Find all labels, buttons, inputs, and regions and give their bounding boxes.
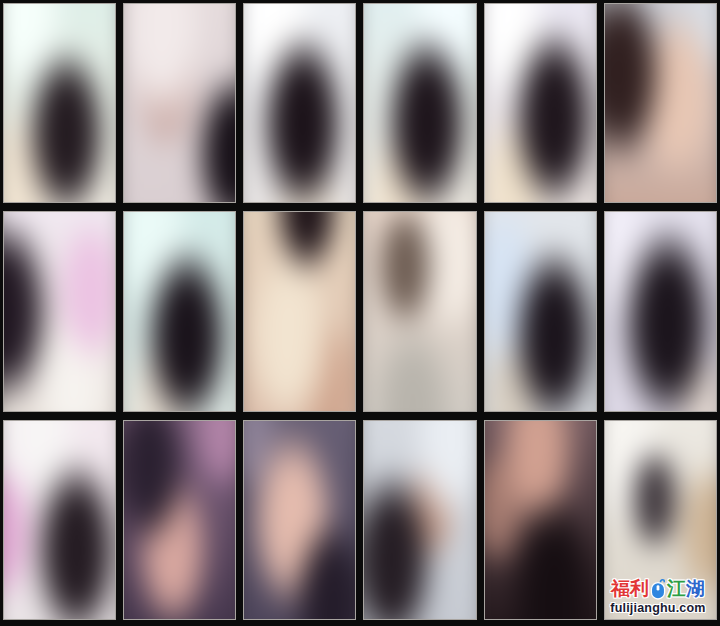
video-thumbnail-17[interactable] [484, 420, 597, 620]
video-thumbnail-2[interactable] [123, 3, 236, 203]
thumbnail-preview-image [604, 211, 717, 411]
watermark-logo-char: 江 [667, 578, 686, 600]
video-thumbnail-13[interactable] [3, 420, 116, 620]
thumbnail-preview-image [363, 3, 476, 203]
video-thumbnail-5[interactable] [484, 3, 597, 203]
video-thumbnail-15[interactable] [243, 420, 356, 620]
video-thumbnail-16[interactable] [363, 420, 476, 620]
watermark-logo: 福利 江湖 [599, 577, 717, 601]
watermark-domain: fulijianghu.com [599, 601, 717, 615]
video-thumbnail-3[interactable] [243, 3, 356, 203]
thumbnail-preview-image [243, 420, 356, 620]
video-thumbnail-12[interactable] [604, 211, 717, 411]
video-thumbnail-1[interactable] [3, 3, 116, 203]
watermark-logo-char: 福 [611, 578, 630, 600]
video-thumbnail-4[interactable] [363, 3, 476, 203]
thumbnail-preview-image [243, 3, 356, 203]
thumbnail-preview-image [604, 3, 717, 203]
video-thumbnail-8[interactable] [123, 211, 236, 411]
thumbnail-preview-image [123, 3, 236, 203]
video-thumbnail-6[interactable] [604, 3, 717, 203]
thumbnail-preview-image [123, 420, 236, 620]
site-watermark: 福利 江湖 fulijianghu.com [599, 577, 717, 615]
thumbnail-preview-image [363, 420, 476, 620]
thumbnail-preview-image [123, 211, 236, 411]
thumbnail-preview-image [484, 3, 597, 203]
video-thumbnail-7[interactable] [3, 211, 116, 411]
thumbnail-grid [0, 0, 720, 626]
thumbnail-preview-image [363, 211, 476, 411]
video-thumbnail-10[interactable] [363, 211, 476, 411]
thumbnail-preview-image [3, 3, 116, 203]
thumbnail-preview-image [3, 211, 116, 411]
video-thumbnail-11[interactable] [484, 211, 597, 411]
thumbnail-preview-image [484, 420, 597, 620]
video-thumbnail-9[interactable] [243, 211, 356, 411]
watermark-logo-char: 湖 [686, 578, 705, 600]
thumbnail-preview-image [484, 211, 597, 411]
video-thumbnail-14[interactable] [123, 420, 236, 620]
thumbnail-preview-image [243, 211, 356, 411]
watermark-logo-char: 利 [630, 578, 649, 600]
thumbnail-preview-image [3, 420, 116, 620]
mouse-icon [650, 578, 666, 600]
